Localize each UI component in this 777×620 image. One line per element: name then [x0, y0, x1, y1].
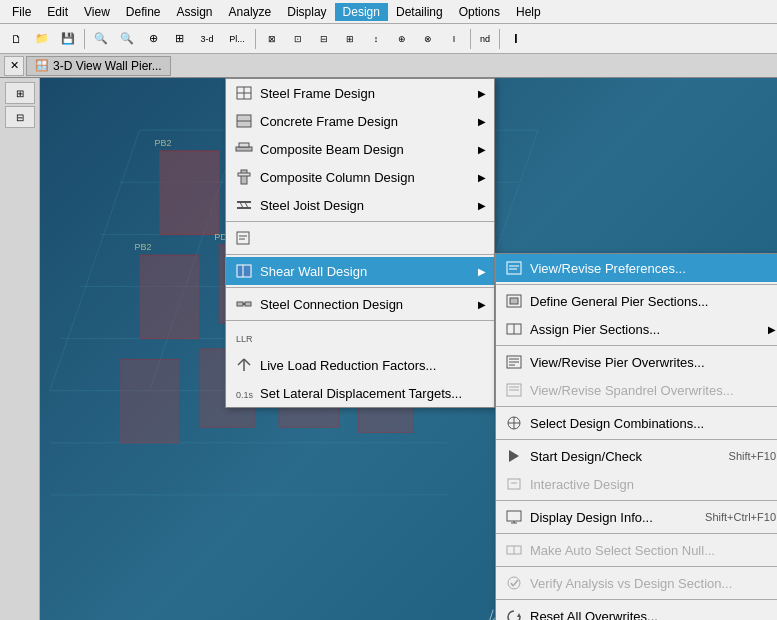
composite-column-icon	[234, 167, 254, 187]
menu-item-shear-wall[interactable]: Shear Wall Design ▶	[226, 257, 494, 285]
submenu-make-auto-select[interactable]: Make Auto Select Section Null...	[496, 536, 777, 564]
tab-3d-view[interactable]: 🪟 3-D View Wall Pier...	[26, 56, 171, 76]
lateral-disp-label: Live Load Reduction Factors...	[260, 358, 486, 373]
toolbar-save[interactable]: 💾	[56, 28, 80, 50]
separator-2	[226, 254, 494, 255]
svg-marker-89	[517, 613, 521, 617]
reset-overwrites-label: Reset All Overwrites...	[530, 609, 776, 621]
menu-item-steel-joist[interactable]: Steel Joist Design ▶	[226, 191, 494, 219]
toolbar-b4[interactable]: ⊞	[338, 28, 362, 50]
menu-file[interactable]: File	[4, 3, 39, 21]
submenu-assign-pier[interactable]: Assign Pier Sections... ▶	[496, 315, 777, 343]
toolbar-label[interactable]: nd	[475, 28, 495, 50]
lateral-icon	[234, 355, 254, 375]
menu-item-live-load[interactable]: LLR	[226, 323, 494, 351]
steel-frame-arrow: ▶	[478, 88, 486, 99]
left-panel: ⊞ ⊟	[0, 78, 40, 620]
svg-rect-42	[241, 170, 247, 184]
tab-close-btn[interactable]: ✕	[4, 56, 24, 76]
menu-edit[interactable]: Edit	[39, 3, 76, 21]
time-period-label: Set Lateral Displacement Targets...	[260, 386, 486, 401]
separator-3	[226, 287, 494, 288]
submenu-reset-overwrites[interactable]: Reset All Overwrites...	[496, 602, 777, 620]
svg-line-34	[488, 610, 493, 620]
submenu-verify-analysis[interactable]: Verify Analysis vs Design Section...	[496, 569, 777, 597]
menu-define[interactable]: Define	[118, 3, 169, 21]
overwrite-icon	[234, 228, 254, 248]
toolbar-new[interactable]: 🗋	[4, 28, 28, 50]
concrete-frame-arrow: ▶	[478, 116, 486, 127]
toolbar-zoom-fit[interactable]: ⊞	[167, 28, 191, 50]
submenu-view-pier-overwrites[interactable]: View/Revise Pier Overwrites...	[496, 348, 777, 376]
menu-item-composite-beam[interactable]: Composite Beam Design ▶	[226, 135, 494, 163]
steel-joist-icon	[234, 195, 254, 215]
menu-item-lateral-disp[interactable]: Live Load Reduction Factors...	[226, 351, 494, 379]
shear-wall-arrow: ▶	[478, 266, 486, 277]
menu-item-steel-frame[interactable]: Steel Frame Design ▶	[226, 79, 494, 107]
menu-item-steel-connection[interactable]: Steel Connection Design ▶	[226, 290, 494, 318]
submenu-view-spandrel-overwrites[interactable]: View/Revise Spandrel Overwrites...	[496, 376, 777, 404]
toolbar-sep4	[499, 29, 500, 49]
toolbar-b6[interactable]: ⊕	[390, 28, 414, 50]
toolbar-sep1	[84, 29, 85, 49]
toolbar-b3[interactable]: ⊟	[312, 28, 336, 50]
main-area: ⊞ ⊟	[0, 78, 777, 620]
define-pier-label: Define General Pier Sections...	[530, 294, 776, 309]
svg-line-59	[244, 359, 250, 365]
steel-frame-label: Steel Frame Design	[260, 86, 478, 101]
make-auto-select-label: Make Auto Select Section Null...	[530, 543, 776, 558]
menu-analyze[interactable]: Analyze	[221, 3, 280, 21]
submenu-interactive-design[interactable]: Interactive Design	[496, 470, 777, 498]
svg-rect-81	[507, 511, 521, 521]
menu-assign[interactable]: Assign	[169, 3, 221, 21]
toolbar-zoom-in[interactable]: 🔍	[89, 28, 113, 50]
sub-sep-4	[496, 439, 777, 440]
prefs-icon	[504, 258, 524, 278]
toolbar-b8[interactable]: I	[442, 28, 466, 50]
toolbar-b1[interactable]: ⊠	[260, 28, 284, 50]
toolbar-b7[interactable]: ⊗	[416, 28, 440, 50]
svg-rect-13	[160, 151, 220, 234]
menu-item-concrete-frame[interactable]: Concrete Frame Design ▶	[226, 107, 494, 135]
menu-design[interactable]: Design	[335, 3, 388, 21]
panel-btn-1[interactable]: ⊞	[5, 82, 35, 104]
spandrel-icon	[504, 380, 524, 400]
svg-rect-65	[510, 298, 518, 304]
view-pier-overwrites-label: View/Revise Pier Overwrites...	[530, 355, 776, 370]
submenu-define-pier[interactable]: Define General Pier Sections...	[496, 287, 777, 315]
toolbar-b5[interactable]: ↕	[364, 28, 388, 50]
menu-detailing[interactable]: Detailing	[388, 3, 451, 21]
toolbar-b2[interactable]: ⊡	[286, 28, 310, 50]
sub-sep-8	[496, 599, 777, 600]
view-spandrel-overwrites-label: View/Revise Spandrel Overwrites...	[530, 383, 776, 398]
submenu-view-revise-prefs[interactable]: View/Revise Preferences...	[496, 254, 777, 282]
steel-connection-icon	[234, 294, 254, 314]
menu-item-time-period[interactable]: 0.1s Set Lateral Displacement Targets...	[226, 379, 494, 407]
toolbar-zoom-window[interactable]: ⊕	[141, 28, 165, 50]
menu-item-overwrite[interactable]	[226, 224, 494, 252]
menu-view[interactable]: View	[76, 3, 118, 21]
menu-options[interactable]: Options	[451, 3, 508, 21]
display-design-shortcut: Shift+Ctrl+F10	[705, 511, 776, 523]
menu-help[interactable]: Help	[508, 3, 549, 21]
menu-item-composite-column[interactable]: Composite Column Design ▶	[226, 163, 494, 191]
submenu-display-design-info[interactable]: Display Design Info... Shift+Ctrl+F10	[496, 503, 777, 531]
interactive-design-icon	[504, 474, 524, 494]
separator-4	[226, 320, 494, 321]
toolbar-i1[interactable]: I	[504, 28, 528, 50]
svg-rect-17	[140, 255, 200, 338]
define-pier-icon	[504, 291, 524, 311]
shear-wall-label: Shear Wall Design	[260, 264, 478, 279]
panel-btn-2[interactable]: ⊟	[5, 106, 35, 128]
submenu-select-design-combo[interactable]: Select Design Combinations...	[496, 409, 777, 437]
separator-1	[226, 221, 494, 222]
toolbar-plan[interactable]: Pl...	[223, 28, 251, 50]
toolbar-3d[interactable]: 3-d	[193, 28, 221, 50]
reset-overwrites-icon	[504, 606, 524, 620]
verify-analysis-label: Verify Analysis vs Design Section...	[530, 576, 776, 591]
svg-text:PB2: PB2	[155, 138, 172, 148]
submenu-start-design[interactable]: Start Design/Check Shift+F10	[496, 442, 777, 470]
menu-display[interactable]: Display	[279, 3, 334, 21]
toolbar-open[interactable]: 📁	[30, 28, 54, 50]
toolbar-zoom-out[interactable]: 🔍	[115, 28, 139, 50]
